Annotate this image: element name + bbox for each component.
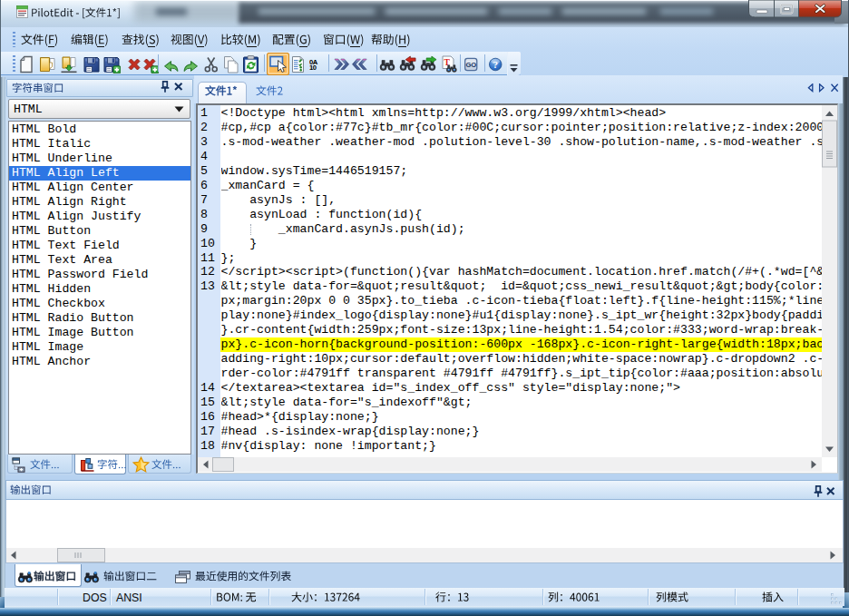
svg-text:?: ?: [493, 59, 498, 70]
svg-text:10: 10: [309, 64, 317, 72]
svg-text:GO: GO: [466, 61, 477, 69]
